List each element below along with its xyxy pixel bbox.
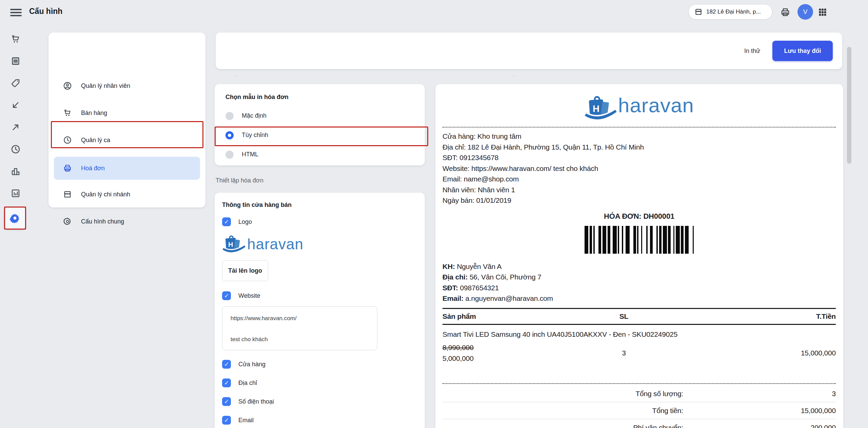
radio-label: Tùy chỉnh bbox=[242, 132, 268, 139]
checkbox-label: Website bbox=[238, 292, 260, 299]
checkbox-checked-icon: ✓ bbox=[222, 416, 231, 425]
radio-label: Mặc định bbox=[242, 112, 267, 119]
save-changes-button[interactable]: Lưu thay đổi bbox=[772, 41, 833, 61]
total-label: Tổng tiền: bbox=[442, 407, 683, 415]
upload-logo-button[interactable]: Tải lên logo bbox=[222, 260, 268, 281]
user-avatar[interactable]: V bbox=[797, 4, 813, 20]
invoice-haravan-logo: H haravan bbox=[442, 94, 836, 123]
rail-settings-active[interactable] bbox=[4, 207, 26, 229]
product-old-price: 8,990,000 bbox=[442, 342, 609, 353]
checkbox-phone[interactable]: ✓ Số điện thoại bbox=[222, 397, 417, 406]
rail-arrow-up-right-icon[interactable] bbox=[10, 122, 21, 133]
invoice-store-line: Email: name@shop.com bbox=[442, 174, 836, 184]
sidebar-item-general-settings[interactable]: Cấu hình chung bbox=[54, 211, 200, 232]
dotted-separator bbox=[442, 383, 836, 384]
action-bar: In thử Lưu thay đổi bbox=[216, 33, 842, 69]
svg-text:H: H bbox=[593, 103, 599, 114]
invoice-template-card: Chọn mẫu in hóa đơn Mặc định Tùy chỉnh H… bbox=[215, 84, 425, 166]
vertical-scrollbar-thumb[interactable] bbox=[847, 47, 851, 164]
checkbox-label: Cửa hàng bbox=[238, 361, 265, 368]
settings-menu-card: Quản lý nhân viên Bán hàng Quản lý ca Ho… bbox=[48, 33, 205, 208]
sidebar-item-sales[interactable]: Bán hàng bbox=[54, 102, 200, 123]
invoice-store-line: Địa chỉ: 182 Lê Đại Hành, Phường 15, Quậ… bbox=[442, 142, 836, 153]
cart-icon bbox=[63, 108, 72, 118]
sidebar-item-staff[interactable]: Quản lý nhân viên bbox=[54, 75, 200, 96]
checkbox-email[interactable]: ✓ Email bbox=[222, 416, 417, 425]
rail-bar-chart-icon[interactable] bbox=[10, 166, 21, 177]
invoice-customer-line: Địa chỉ: 56, Vân Côi, Phường 7 bbox=[442, 272, 836, 283]
settings-section-label: Thiết lập hóa đơn bbox=[216, 177, 263, 184]
page-title: Cấu hình bbox=[29, 7, 62, 16]
table-header-product: Sản phẩm bbox=[442, 312, 609, 320]
radio-option-default[interactable]: Mặc định bbox=[225, 106, 414, 125]
rail-arrow-down-left-icon[interactable] bbox=[10, 100, 21, 111]
invoice-logo-text: haravan bbox=[618, 94, 694, 123]
rail-tag-icon[interactable] bbox=[10, 78, 21, 89]
website-value-line1: https://www.haravan.com/ bbox=[231, 314, 369, 323]
haravan-logo-text: haravan bbox=[247, 236, 303, 253]
invoice-store-line: SĐT: 0912345678 bbox=[442, 152, 836, 163]
rail-cart-icon[interactable] bbox=[10, 34, 21, 44]
clipped-text-fragment: ·· bbox=[235, 74, 238, 78]
radio-option-html[interactable]: HTML bbox=[225, 145, 414, 164]
printer-icon bbox=[63, 163, 72, 173]
template-card-title: Chọn mẫu in hóa đơn bbox=[225, 94, 414, 101]
checkbox-address[interactable]: ✓ Địa chỉ bbox=[222, 378, 417, 387]
radio-icon bbox=[225, 112, 234, 120]
invoice-customer-line: Email: a.nguyenvan@haravan.com bbox=[442, 293, 836, 304]
total-row-quantity: Tổng số lượng: 3 bbox=[442, 385, 836, 402]
settings-gear-icon bbox=[9, 212, 21, 224]
invoice-store-line: Nhân viên: Nhân viên 1 bbox=[442, 184, 836, 195]
product-qty: 3 bbox=[609, 348, 639, 358]
sidebar-item-label: Quản lý ca bbox=[81, 137, 110, 144]
checkbox-label: Số điện thoại bbox=[238, 398, 274, 405]
checkbox-checked-icon: ✓ bbox=[222, 378, 231, 387]
store-info-card: Thông tin cửa hàng bán ✓ Logo H haravan … bbox=[215, 193, 425, 428]
checkbox-logo[interactable]: ✓ Logo bbox=[222, 217, 417, 226]
branch-selector-label: 182 Lê Đại Hành, p... bbox=[706, 8, 761, 15]
total-row-amount: Tổng tiền: 15,000,000 bbox=[442, 402, 836, 419]
radio-selected-icon bbox=[225, 131, 234, 139]
print-icon[interactable] bbox=[780, 7, 791, 18]
sidebar-item-branches[interactable]: Quản lý chi nhánh bbox=[54, 184, 200, 205]
checkbox-website[interactable]: ✓ Website bbox=[222, 291, 417, 300]
checkbox-checked-icon: ✓ bbox=[222, 360, 231, 369]
gear-icon bbox=[63, 217, 72, 226]
customer-label: KH: bbox=[442, 262, 455, 270]
customer-value: Nguyễn Văn A bbox=[457, 262, 501, 270]
checkbox-checked-icon: ✓ bbox=[222, 217, 231, 226]
storefront-icon bbox=[63, 190, 72, 199]
website-value-line2: test cho khách bbox=[231, 335, 369, 344]
sidebar-item-invoice[interactable]: Hoá đơn bbox=[54, 157, 200, 180]
rail-clock-icon[interactable] bbox=[10, 144, 21, 155]
print-test-button[interactable]: In thử bbox=[744, 47, 760, 55]
barcode bbox=[442, 226, 836, 254]
website-textarea[interactable]: https://www.haravan.com/ test cho khách bbox=[222, 306, 377, 350]
checkbox-label: Địa chỉ bbox=[238, 380, 257, 387]
table-header-total: T.Tiền bbox=[639, 312, 836, 320]
invoice-title: HÓA ĐƠN: DH00001 bbox=[442, 212, 836, 221]
total-value: 3 bbox=[683, 390, 836, 398]
customer-label: Địa chỉ: bbox=[442, 273, 468, 281]
sidebar-item-shifts[interactable]: Quản lý ca bbox=[54, 130, 200, 151]
sidebar-item-label: Quản lý chi nhánh bbox=[81, 191, 130, 198]
invoice-customer-line: KH: Nguyễn Văn A bbox=[442, 261, 836, 272]
clipped-text-fragment: ·· bbox=[512, 74, 516, 78]
rail-receipt-icon[interactable] bbox=[10, 56, 21, 66]
clock-icon bbox=[63, 135, 72, 145]
rail-report-icon[interactable] bbox=[10, 188, 21, 199]
sidebar-item-label: Quản lý nhân viên bbox=[81, 82, 130, 90]
branch-selector-button[interactable]: 182 Lê Đại Hành, p... bbox=[688, 4, 772, 20]
haravan-logo: H haravan bbox=[222, 234, 417, 255]
radio-option-custom[interactable]: Tùy chỉnh bbox=[225, 125, 414, 145]
checkbox-store-name[interactable]: ✓ Cửa hàng bbox=[222, 360, 417, 369]
person-circle-icon bbox=[63, 81, 72, 91]
apps-grid-icon[interactable] bbox=[818, 7, 827, 17]
sidebar-item-label: Cấu hình chung bbox=[81, 218, 124, 225]
checkbox-checked-icon: ✓ bbox=[222, 291, 231, 300]
sidebar-item-label: Bán hàng bbox=[81, 110, 107, 117]
radio-label: HTML bbox=[242, 151, 258, 158]
customer-value: 0987654321 bbox=[460, 284, 499, 292]
total-label: Tổng số lượng: bbox=[442, 390, 683, 398]
menu-hamburger-icon[interactable] bbox=[10, 9, 22, 16]
